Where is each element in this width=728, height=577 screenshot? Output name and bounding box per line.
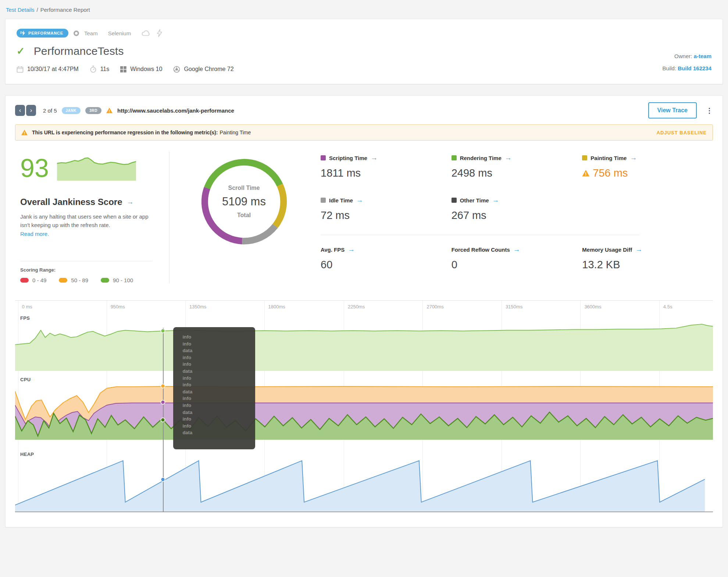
metric-arrow-icon[interactable] (492, 196, 499, 204)
range-low-swatch (20, 278, 29, 283)
test-date: 10/30/17 at 4:47PM (27, 66, 79, 72)
timeline-axis: 0 ms950ms1350ms1800ms2250ms2700ms3150ms3… (15, 301, 713, 313)
test-os: Windows 10 (130, 66, 162, 72)
tooltip-row: info (182, 341, 255, 348)
cpu-chart[interactable] (15, 384, 713, 440)
tooltip-row: info (182, 375, 255, 382)
metric-memory-usage-diff: Memory Usage Diff 13.2 KB (582, 245, 713, 271)
next-url-button[interactable] (26, 105, 36, 116)
tooltip-row: info (182, 416, 255, 423)
view-trace-button[interactable]: View Trace (648, 102, 697, 118)
metric-other-time: Other Time 267 ms (452, 196, 582, 222)
os-group: Windows 10 (120, 66, 162, 72)
metric-scripting-time: Scripting Time 1811 ms (321, 154, 452, 179)
metric-arrow-icon[interactable] (356, 196, 363, 204)
performance-badge-label: PERFORMANCE (28, 31, 63, 35)
metrics-divider (321, 235, 639, 235)
eye-icon (74, 31, 79, 36)
owner-build-box: Owner: a-team Build: Build 162234 (663, 50, 711, 74)
metric-label: Avg. FPS (321, 247, 345, 253)
performance-report-card: 2 of 5 JANK 3RD http://www.saucelabs.com… (5, 95, 723, 527)
metric-label: Scripting Time (329, 155, 367, 161)
owner-label: Owner: (674, 53, 692, 59)
rendering-swatch (452, 155, 457, 160)
tooltip-row: info (182, 334, 255, 341)
banner-metric: Painting Time (220, 130, 251, 135)
heap-chart[interactable] (15, 459, 713, 512)
third-party-badge: 3RD (85, 107, 101, 114)
framework-label: Selenium (108, 30, 131, 36)
range-mid-swatch (59, 278, 67, 283)
performance-bolt-icon (20, 31, 26, 36)
metric-avg-fps: Avg. FPS 60 (321, 245, 452, 271)
tooltip-row: info (182, 354, 255, 361)
cursor-marker-heap (161, 478, 165, 481)
banner-message: This URL is experiencing performance reg… (32, 130, 218, 135)
jankiness-score-value: 93 (20, 156, 49, 181)
tooltip-row: data (182, 429, 255, 436)
painting-swatch (582, 155, 587, 160)
metric-arrow-icon[interactable] (513, 245, 520, 254)
metric-label: Memory Usage Diff (582, 247, 632, 253)
metric-forced-reflow: Forced Reflow Counts 0 (452, 245, 582, 271)
url-warning-icon (106, 108, 113, 113)
range-low: 0 - 49 (20, 277, 46, 283)
axis-tick-label: 1800ms (268, 304, 285, 309)
axis-tick-label: 1350ms (189, 304, 206, 309)
breadcrumb: Test Details/Performance Report (6, 7, 722, 13)
chevron-left-icon (19, 107, 21, 114)
owner-link[interactable]: a-team (694, 53, 711, 59)
prev-url-button[interactable] (15, 105, 25, 116)
tooltip-row: info (182, 361, 255, 368)
axis-tick-label: 4.5s (663, 304, 672, 309)
metric-label: Painting Time (590, 155, 627, 161)
metric-arrow-icon[interactable] (635, 245, 642, 254)
passed-check-icon (17, 45, 25, 57)
jankiness-score-title: Overall Jankiness Score (20, 197, 122, 207)
donut-total-value: 5109 ms (222, 195, 266, 208)
axis-tick-label: 950ms (111, 304, 125, 309)
badges-row: PERFORMANCE Team Selenium (17, 29, 711, 38)
fps-chart[interactable] (15, 322, 713, 371)
test-header-card: PERFORMANCE Team Selenium PerformanceTes… (5, 19, 723, 84)
read-more-link[interactable]: Read more. (20, 231, 49, 237)
range-mid: 50 - 89 (59, 277, 88, 283)
timeline-tooltip: infoinfodatainfoinfodatainfoinfodatainfo… (173, 327, 255, 449)
other-swatch (452, 198, 457, 203)
stopwatch-icon (90, 66, 97, 73)
title-row: PerformanceTests (17, 45, 711, 57)
metric-label: Rendering Time (460, 155, 502, 161)
tooltip-row: data (182, 368, 255, 375)
metric-value: 1811 ms (321, 167, 452, 179)
kebab-menu-icon[interactable] (706, 106, 713, 115)
metric-idle-time: Idle Time 72 ms (321, 196, 452, 222)
url-position: 2 of 5 (43, 107, 57, 114)
chrome-icon (173, 66, 180, 73)
fps-section-label: FPS (20, 315, 713, 321)
range-high-swatch (101, 278, 109, 283)
metric-arrow-icon[interactable] (505, 154, 512, 162)
range-high-label: 90 - 100 (113, 277, 133, 283)
page-url: http://www.saucelabs.com/jank-performanc… (117, 107, 234, 114)
axis-tick-label: 0 ms (22, 304, 32, 309)
build-label: Build: (663, 65, 677, 71)
chevron-right-icon (30, 107, 32, 114)
jankiness-description: Jank is any halting that users see when … (20, 212, 153, 230)
metric-value-warning: 756 ms (582, 167, 713, 179)
build-link[interactable]: Build 162234 (678, 65, 711, 71)
metric-rendering-time: Rendering Time 2498 ms (452, 154, 582, 179)
breadcrumb-link-test-details[interactable]: Test Details (6, 7, 35, 13)
tooltip-row: info (182, 395, 255, 402)
lightning-icon (156, 29, 163, 37)
duration-group: 11s (90, 66, 110, 73)
adjust-baseline-button[interactable]: ADJUST BASELINE (657, 130, 707, 135)
jankiness-link-arrow-icon[interactable] (127, 198, 134, 206)
metric-value: 60 (321, 259, 452, 271)
windows-icon (120, 66, 126, 72)
metric-arrow-icon[interactable] (348, 245, 355, 254)
metric-arrow-icon[interactable] (630, 154, 637, 162)
range-high: 90 - 100 (101, 277, 133, 283)
summary-section: 93 Overall Jankiness Score Jank is any h… (15, 152, 713, 283)
metric-arrow-icon[interactable] (371, 154, 378, 162)
jank-badge: JANK (62, 107, 81, 114)
